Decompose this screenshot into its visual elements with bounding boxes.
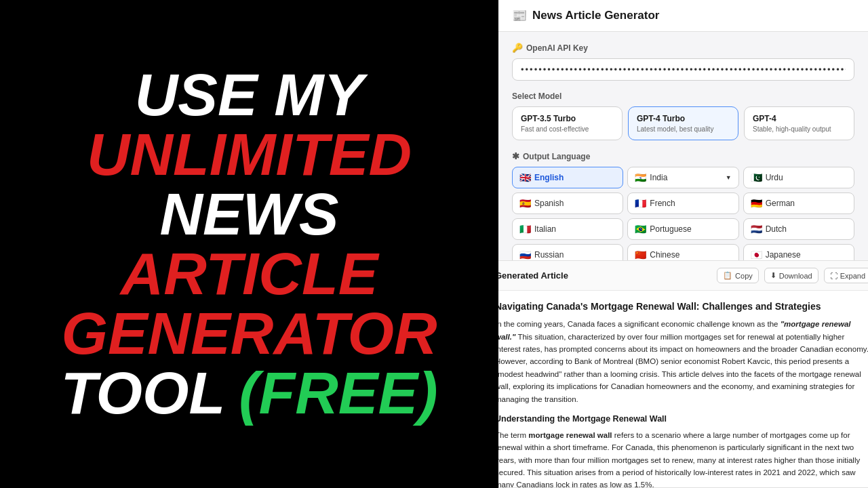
flag-english: 🇬🇧: [519, 172, 531, 183]
copy-icon: 📋: [723, 271, 732, 280]
language-grid: 🇬🇧 English 🇮🇳 India ▼ 🇵🇰 Urdu 🇪🇸: [512, 167, 854, 260]
expand-label: Expand: [840, 272, 865, 280]
api-key-label: 🔑 OpenAI API Key: [512, 43, 854, 53]
lang-chinese-label: Chinese: [650, 250, 679, 260]
lang-urdu-label: Urdu: [766, 173, 783, 182]
generated-article-label: Generated Article: [498, 270, 568, 281]
copy-button[interactable]: 📋 Copy: [717, 268, 759, 283]
dropdown-chevron-icon: ▼: [726, 174, 732, 181]
flag-chinese: 🇨🇳: [635, 249, 646, 260]
flag-urdu: 🇵🇰: [751, 172, 762, 183]
lang-btn-dutch[interactable]: 🇳🇱 Dutch: [743, 218, 854, 240]
flag-dutch: 🇳🇱: [751, 224, 762, 235]
flag-japanese: 🇯🇵: [751, 249, 762, 260]
app-header: 📰 News Article Generator: [498, 0, 868, 32]
lang-btn-urdu[interactable]: 🇵🇰 Urdu: [743, 167, 854, 188]
article-overlay: Generated Article 📋 Copy ⬇ Download ⛶ Ex…: [498, 260, 868, 488]
article-section1-text: The term mortgage renewal wall refers to…: [498, 429, 868, 487]
model-gpt35-title: GPT-3.5 Turbo: [521, 114, 614, 123]
lang-russian-label: Russian: [534, 250, 564, 260]
article-actions: 📋 Copy ⬇ Download ⛶ Expand: [717, 268, 868, 283]
model-card-gpt4[interactable]: GPT-4 Stable, high-quality output: [744, 106, 854, 140]
headline-line5: GENERATOR: [61, 304, 437, 363]
language-label: ✱ Output Language: [512, 151, 854, 161]
model-gpt4turbo-title: GPT-4 Turbo: [637, 114, 730, 123]
lang-btn-italian[interactable]: 🇮🇹 Italian: [512, 218, 623, 240]
language-icon: ✱: [512, 151, 519, 161]
lang-india-label: India: [650, 173, 667, 182]
download-label: Download: [779, 272, 812, 280]
lang-japanese-label: Japanese: [766, 250, 801, 260]
flag-french: 🇫🇷: [635, 198, 646, 209]
app-title: News Article Generator: [532, 9, 659, 22]
model-gpt4-desc: Stable, high-quality output: [753, 125, 846, 133]
api-key-icon: 🔑: [512, 43, 523, 53]
api-key-input[interactable]: [512, 58, 854, 81]
lang-btn-french[interactable]: 🇫🇷 French: [627, 192, 738, 214]
lang-french-label: French: [650, 199, 675, 208]
lang-btn-japanese[interactable]: 🇯🇵 Japanese: [743, 244, 854, 260]
copy-label: Copy: [735, 272, 753, 280]
lang-italian-label: Italian: [534, 224, 556, 234]
left-panel: USE MY UNLIMITED NEWS ARTICLE GENERATOR …: [0, 0, 498, 488]
flag-portuguese: 🇧🇷: [635, 224, 646, 235]
headline-line3: NEWS: [160, 184, 339, 244]
headline-line6-suffix: (FREE): [239, 363, 437, 423]
article-title: Navigating Canada's Mortgage Renewal Wal…: [498, 300, 868, 312]
headline-line2: UNLIMITED: [87, 125, 412, 184]
flag-india: 🇮🇳: [635, 172, 646, 183]
right-panel: 📰 News Article Generator 🔑 OpenAI API Ke…: [498, 0, 868, 488]
headline-line6-prefix: TOOL: [60, 363, 225, 423]
model-label: Select Model: [512, 92, 854, 101]
right-scroll[interactable]: 🔑 OpenAI API Key Select Model GPT-3.5 Tu…: [498, 32, 868, 260]
article-intro: In the coming years, Canada faces a sign…: [498, 318, 868, 405]
model-card-gpt4turbo[interactable]: GPT-4 Turbo Latest model, best quality: [628, 106, 738, 140]
lang-btn-german[interactable]: 🇩🇪 German: [743, 192, 854, 214]
download-icon: ⬇: [770, 271, 776, 280]
model-gpt4-title: GPT-4: [753, 114, 846, 123]
lang-btn-chinese[interactable]: 🇨🇳 Chinese: [627, 244, 738, 260]
expand-button[interactable]: ⛶ Expand: [824, 268, 868, 283]
model-card-gpt35[interactable]: GPT-3.5 Turbo Fast and cost-effective: [512, 106, 623, 140]
lang-btn-english[interactable]: 🇬🇧 English: [512, 167, 623, 188]
flag-italian: 🇮🇹: [519, 224, 531, 235]
headline-line4: ARTICLE: [121, 244, 378, 304]
lang-btn-spanish[interactable]: 🇪🇸 Spanish: [512, 192, 623, 214]
lang-dutch-label: Dutch: [766, 224, 787, 234]
article-section1-title: Understanding the Mortgage Renewal Wall: [498, 412, 868, 426]
lang-english-label: English: [534, 173, 564, 182]
lang-btn-russian[interactable]: 🇷🇺 Russian: [512, 244, 623, 260]
language-section: ✱ Output Language 🇬🇧 English 🇮🇳 India ▼ …: [512, 151, 854, 260]
lang-btn-portuguese[interactable]: 🇧🇷 Portuguese: [627, 218, 738, 240]
model-grid: GPT-3.5 Turbo Fast and cost-effective GP…: [512, 106, 854, 140]
headline-line1: USE MY: [135, 65, 363, 125]
lang-portuguese-label: Portuguese: [650, 224, 691, 234]
lang-btn-india[interactable]: 🇮🇳 India ▼: [627, 167, 738, 188]
flag-german: 🇩🇪: [751, 198, 762, 209]
lang-german-label: German: [766, 199, 795, 208]
model-gpt35-desc: Fast and cost-effective: [521, 125, 614, 133]
model-section: Select Model GPT-3.5 Turbo Fast and cost…: [512, 92, 854, 140]
download-button[interactable]: ⬇ Download: [764, 268, 818, 283]
flag-russian: 🇷🇺: [519, 249, 531, 260]
lang-spanish-label: Spanish: [534, 199, 564, 208]
expand-icon: ⛶: [830, 272, 837, 280]
app-header-icon: 📰: [512, 8, 527, 23]
article-header: Generated Article 📋 Copy ⬇ Download ⛶ Ex…: [498, 261, 868, 291]
flag-spanish: 🇪🇸: [519, 198, 531, 209]
article-body[interactable]: Navigating Canada's Mortgage Renewal Wal…: [498, 291, 868, 487]
model-gpt4turbo-desc: Latest model, best quality: [637, 125, 730, 133]
